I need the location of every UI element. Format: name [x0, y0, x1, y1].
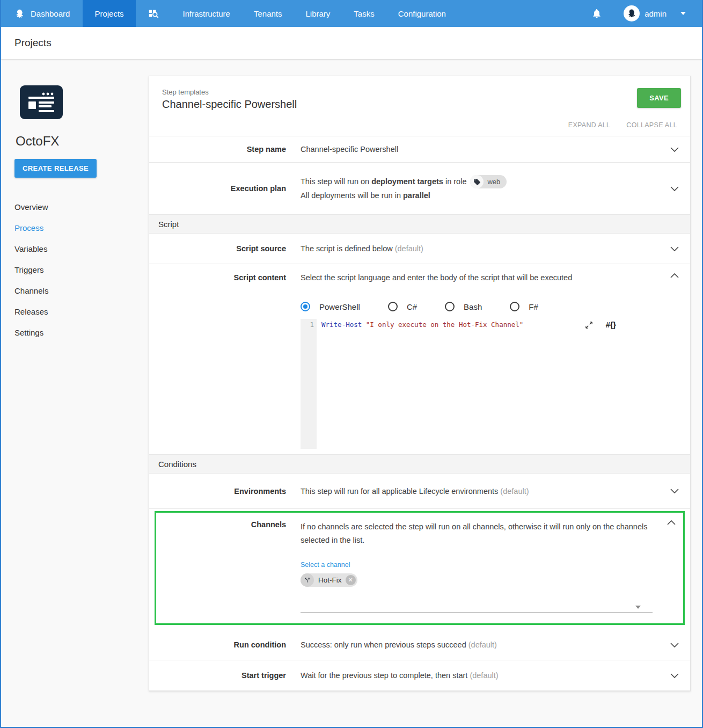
run-condition-label: Run condition — [149, 640, 286, 649]
top-navigation: Dashboard Projects Infrastructure Tenant… — [1, 0, 702, 27]
expand-all-button[interactable]: EXPAND ALL — [568, 121, 611, 129]
chevron-down-icon — [670, 673, 679, 678]
project-nav: Overview Process Variables Triggers Chan… — [1, 196, 149, 343]
script-source-row: Script source The script is defined belo… — [149, 234, 690, 264]
script-content-body: Select the script language and enter the… — [301, 273, 659, 449]
chevron-down-icon — [670, 643, 679, 647]
sidebar-item-settings[interactable]: Settings — [1, 322, 149, 343]
conditions-section-header: Conditions — [149, 455, 690, 474]
default-suffix: (default) — [470, 671, 498, 680]
save-button[interactable]: SAVE — [637, 88, 681, 108]
environments-row: Environments This step will run for all … — [149, 474, 690, 509]
environments-value: This step will run for all applicable Li… — [301, 487, 659, 496]
channels-row: Channels If no channels are selected the… — [156, 513, 683, 623]
nav-tab-infrastructure[interactable]: Infrastructure — [171, 0, 242, 27]
page-title-bar: Projects — [1, 27, 702, 60]
default-suffix: (default) — [468, 640, 497, 649]
nav-tab-configuration[interactable]: Configuration — [386, 0, 458, 27]
create-release-button[interactable]: CREATE RELEASE — [14, 159, 97, 178]
radio-csharp[interactable]: C# — [388, 302, 417, 311]
sidebar-item-triggers[interactable]: Triggers — [1, 259, 149, 280]
line-number: 1 — [310, 321, 314, 329]
project-logo — [20, 85, 63, 119]
environments-expand-button[interactable] — [659, 489, 690, 493]
language-radio-group: PowerShell C# Bash F# — [301, 302, 659, 311]
radio-label: C# — [407, 302, 417, 311]
radio-unselected-icon — [445, 302, 455, 311]
script-section-header: Script — [149, 215, 690, 234]
user-name[interactable]: admin — [645, 9, 667, 18]
step-name-value: Channel-specific Powershell — [301, 145, 659, 154]
run-condition-value: Success: only run when previous steps su… — [301, 640, 659, 649]
radio-selected-icon — [301, 302, 310, 311]
notifications-bell-icon[interactable] — [591, 8, 602, 19]
radio-unselected-icon — [388, 302, 398, 311]
step-name-expand-button[interactable] — [659, 147, 690, 152]
chevron-down-icon — [670, 147, 679, 152]
sidebar-item-overview[interactable]: Overview — [1, 196, 149, 217]
nav-tab-tasks[interactable]: Tasks — [342, 0, 386, 27]
code-line[interactable]: Write-Host "I only execute on the Hot-Fi… — [317, 319, 646, 449]
script-content-collapse-button[interactable] — [659, 273, 690, 278]
select-dropdown-icon — [635, 606, 641, 609]
script-source-label: Script source — [149, 244, 286, 253]
execution-plan-expand-button[interactable] — [659, 186, 690, 191]
card-title: Channel-specific Powershell — [162, 98, 297, 111]
insert-variable-icon[interactable]: #{} — [606, 321, 616, 329]
channels-description: If no channels are selected the step wil… — [301, 520, 659, 547]
code-cmdlet: Write-Host — [321, 321, 362, 329]
execution-plan-text: This step will run on — [301, 177, 371, 186]
chevron-up-icon — [670, 273, 679, 278]
code-string: "I only execute on the Hot-Fix Channel" — [366, 321, 524, 329]
start-trigger-text: Wait for the previous step to complete, … — [301, 671, 470, 680]
script-source-expand-button[interactable] — [659, 246, 690, 251]
chip-remove-icon[interactable]: ✕ — [346, 575, 356, 585]
sidebar-item-channels[interactable]: Channels — [1, 280, 149, 301]
card-eyebrow: Step templates — [162, 88, 297, 96]
radio-label: Bash — [464, 302, 482, 311]
sidebar-item-releases[interactable]: Releases — [1, 301, 149, 322]
step-name-label: Step name — [149, 145, 286, 154]
nav-tab-label: Tenants — [254, 9, 282, 18]
channel-chip-hotfix[interactable]: Hot-Fix ✕ — [301, 573, 357, 587]
default-suffix: (default) — [395, 244, 423, 253]
run-condition-row: Run condition Success: only run when pre… — [149, 630, 690, 660]
chevron-down-icon — [670, 186, 679, 191]
fullscreen-icon[interactable] — [585, 321, 593, 329]
nav-tab-dashboard[interactable]: Dashboard — [1, 0, 83, 27]
project-sidebar: OctoFX CREATE RELEASE Overview Process V… — [1, 60, 149, 343]
start-trigger-value: Wait for the previous step to complete, … — [301, 671, 659, 680]
nav-tab-library[interactable]: Library — [294, 0, 342, 27]
collapse-all-button[interactable]: COLLAPSE ALL — [626, 121, 677, 129]
nav-tab-projects[interactable]: Projects — [83, 0, 135, 27]
sidebar-item-process[interactable]: Process — [1, 217, 149, 238]
radio-fsharp[interactable]: F# — [510, 302, 538, 311]
channel-chip-label: Hot-Fix — [314, 576, 346, 584]
user-avatar[interactable] — [624, 5, 640, 21]
nav-search-button[interactable] — [136, 0, 171, 27]
role-tag: web — [470, 175, 507, 188]
nav-tab-tenants[interactable]: Tenants — [242, 0, 294, 27]
run-condition-expand-button[interactable] — [659, 643, 690, 647]
nav-tab-label: Infrastructure — [183, 9, 230, 18]
script-content-description: Select the script language and enter the… — [301, 273, 659, 282]
radio-label: PowerShell — [319, 302, 360, 311]
start-trigger-expand-button[interactable] — [659, 673, 690, 678]
script-code-editor[interactable]: 1 Write-Host "I only execute on the Hot-… — [301, 319, 646, 449]
step-name-row: Step name Channel-specific Powershell — [149, 136, 690, 163]
channel-select-input[interactable] — [301, 604, 653, 613]
channels-collapse-button[interactable] — [659, 520, 683, 525]
execution-plan-row: Execution plan This step will run on dep… — [149, 163, 690, 215]
sidebar-item-variables[interactable]: Variables — [1, 238, 149, 259]
radio-powershell[interactable]: PowerShell — [301, 302, 360, 311]
editor-gutter: 1 — [301, 319, 317, 449]
user-menu-caret-icon[interactable] — [680, 12, 686, 15]
project-name: OctoFX — [16, 134, 149, 149]
script-source-text: The script is defined below — [301, 244, 395, 253]
channel-select-label: Select a channel — [301, 561, 659, 569]
start-trigger-row: Start trigger Wait for the previous step… — [149, 660, 690, 691]
nav-tab-label: Tasks — [354, 9, 374, 18]
chevron-up-icon — [667, 520, 676, 525]
execution-plan-bold: parallel — [403, 191, 430, 200]
radio-bash[interactable]: Bash — [445, 302, 482, 311]
